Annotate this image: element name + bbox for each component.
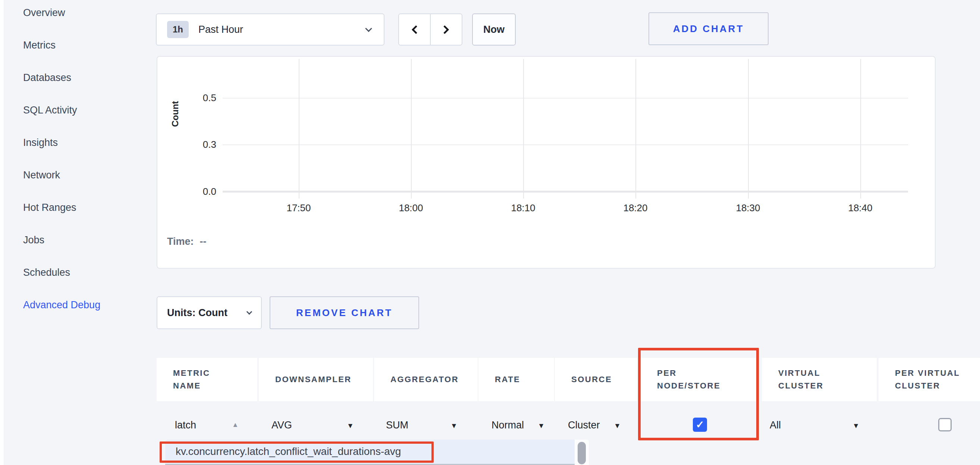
metric-suggestion-item[interactable]: kv.concurrency.latch_conflict_wait_durat… (176, 446, 401, 457)
time-window-nav (398, 13, 462, 46)
downsampler-caret-icon[interactable]: ▼ (347, 422, 354, 430)
gridline-vertical (523, 59, 524, 198)
time-range-label: Past Hour (198, 24, 243, 35)
metric-dropdown-open-icon[interactable]: ▲ (232, 421, 239, 429)
sidebar-item-insights[interactable]: Insights (23, 126, 135, 159)
x-tick: 18:20 (611, 202, 660, 214)
virtual-cluster-caret-icon[interactable]: ▼ (853, 422, 859, 430)
time-label: Time: (167, 236, 194, 248)
rate-caret-icon[interactable]: ▼ (538, 422, 545, 430)
downsampler-select[interactable]: AVG (272, 419, 292, 431)
chevron-down-icon (365, 25, 372, 32)
sidebar-item-metrics[interactable]: Metrics (23, 29, 135, 62)
y-tick: 0.0 (183, 186, 216, 197)
custom-chart-panel: Count 0.5 0.3 0.0 17:50 18:00 18:10 18:2… (157, 56, 935, 269)
column-header-source: SOURCE (555, 358, 637, 401)
sidebar-item-overview[interactable]: Overview (23, 0, 135, 29)
per-node-store-checkbox[interactable] (693, 418, 707, 432)
sidebar-item-sql-activity[interactable]: SQL Activity (23, 94, 135, 126)
sidebar-item-advanced-debug[interactable]: Advanced Debug (23, 289, 135, 321)
metric-autocomplete-dropdown: kv.concurrency.latch_conflict_wait_durat… (165, 439, 589, 465)
gridline-vertical (635, 59, 636, 198)
next-time-window-button[interactable] (430, 13, 462, 46)
column-header-rate: RATE (479, 358, 554, 401)
sidebar-item-hot-ranges[interactable]: Hot Ranges (23, 192, 135, 224)
time-range-select[interactable]: 1h Past Hour (156, 13, 385, 46)
x-tick: 18:30 (724, 202, 772, 214)
gridline-vertical (299, 59, 299, 198)
gridline-vertical (411, 59, 412, 198)
dropdown-scrollbar[interactable] (575, 439, 589, 465)
chevron-down-icon (247, 308, 253, 315)
add-chart-button[interactable]: ADD CHART (649, 12, 768, 45)
units-select[interactable]: Units: Count (157, 296, 262, 329)
sidebar-nav: Overview Metrics Databases SQL Activity … (23, 0, 135, 321)
gridline-horizontal (223, 98, 908, 99)
gridline-horizontal (223, 144, 908, 145)
x-tick: 17:50 (274, 202, 323, 214)
column-header-downsampler: DOWNSAMPLER (259, 358, 373, 401)
virtual-cluster-select[interactable]: All (770, 419, 781, 431)
gridline-zero (223, 191, 908, 193)
aggregator-select[interactable]: SUM (386, 419, 408, 431)
prev-time-window-button[interactable] (398, 13, 430, 46)
y-axis-label: Count (170, 71, 180, 127)
column-header-virtual-cluster: VIRTUAL CLUSTER (762, 358, 877, 401)
source-select[interactable]: Cluster (568, 419, 600, 431)
window-edge (0, 0, 4, 465)
gridline-vertical (748, 59, 749, 198)
x-tick: 18:00 (387, 202, 435, 214)
column-header-per-node-store: PER NODE/STORE (641, 358, 757, 401)
time-value: -- (200, 236, 207, 248)
y-tick: 0.3 (183, 139, 216, 150)
sidebar-item-schedules[interactable]: Schedules (23, 256, 135, 289)
sidebar-item-network[interactable]: Network (23, 159, 135, 192)
y-tick: 0.5 (183, 92, 216, 104)
per-virtual-cluster-checkbox[interactable] (938, 418, 952, 431)
time-range-badge: 1h (167, 21, 189, 38)
source-caret-icon[interactable]: ▼ (614, 422, 621, 430)
hover-time-readout: Time: -- (167, 236, 207, 248)
column-header-aggregator: AGGREGATOR (374, 358, 478, 401)
metric-name-input[interactable]: latch (175, 419, 196, 431)
gridline-vertical (860, 59, 861, 198)
chevron-left-icon (411, 25, 420, 34)
sidebar-item-jobs[interactable]: Jobs (23, 224, 135, 256)
rate-select[interactable]: Normal (492, 419, 524, 431)
chevron-right-icon (440, 25, 449, 34)
units-label: Units: Count (167, 307, 228, 319)
remove-chart-button[interactable]: REMOVE CHART (270, 296, 419, 329)
x-tick: 18:40 (836, 202, 885, 214)
aggregator-caret-icon[interactable]: ▼ (450, 422, 458, 430)
x-tick: 18:10 (499, 202, 547, 214)
column-header-per-virtual-cluster: PER VIRTUAL CLUSTER (878, 358, 980, 401)
dropdown-scrollbar-thumb[interactable] (578, 442, 586, 464)
now-button[interactable]: Now (472, 13, 516, 46)
column-header-metric-name: METRIC NAME (157, 358, 257, 401)
sidebar-item-databases[interactable]: Databases (23, 62, 135, 94)
